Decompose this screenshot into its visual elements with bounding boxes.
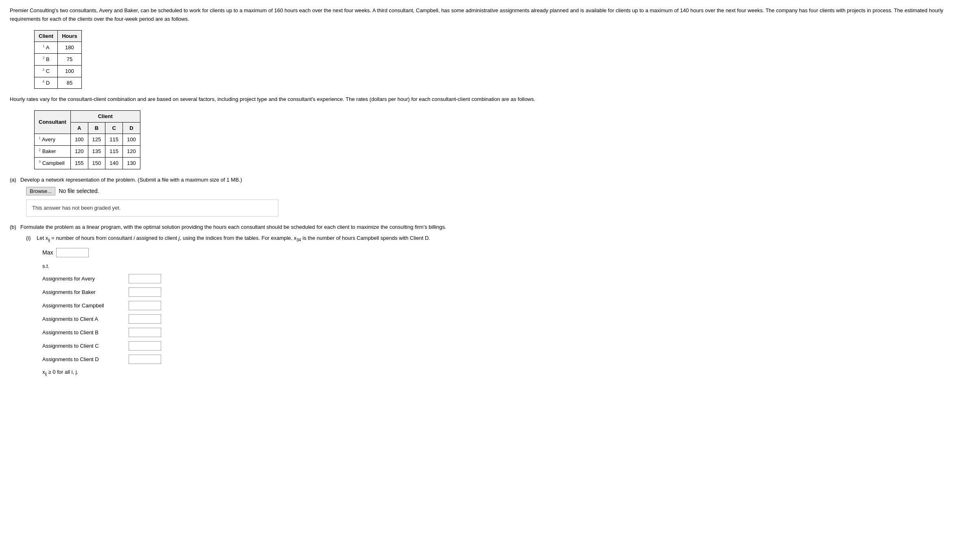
client-hours-table: Client Hours 1 A 180 2 B 75 3 C 100 4 D … — [34, 30, 82, 89]
constraint-client-d-label: Assignments to Client D — [42, 355, 124, 364]
constraint-baker-input[interactable] — [129, 287, 161, 297]
hours-col-header: Hours — [58, 30, 82, 42]
constraint-client-d: Assignments to Client D — [42, 355, 970, 364]
constraint-campbell-label: Assignments for Campbell — [42, 302, 124, 310]
part-a-label: (a) — [10, 176, 18, 184]
constraint-client-a-input[interactable] — [129, 314, 161, 324]
part-b-i-section: (i) Let xij = number of hours from consu… — [26, 234, 970, 243]
corner-num-2: 2 — [42, 56, 44, 60]
part-b-label: (b) — [10, 223, 18, 231]
baker-num: 2 — [39, 148, 41, 152]
i-var: i — [133, 235, 135, 241]
intro-paragraph: Premier Consulting's two consultants, Av… — [10, 7, 970, 24]
st-label: s.t. — [42, 262, 970, 270]
constraint-campbell-input[interactable] — [129, 301, 161, 310]
client-row-c: 3 C 100 — [35, 65, 82, 77]
part-a-text: Develop a network representation of the … — [20, 176, 242, 184]
browse-button[interactable]: Browse... — [26, 187, 55, 195]
max-row: Max — [42, 248, 970, 257]
part-a-section: (a) Develop a network representation of … — [10, 176, 970, 184]
constraint-avery: Assignments for Avery — [42, 274, 970, 283]
graded-text: This answer has not been graded yet. — [32, 205, 121, 211]
constraint-client-a: Assignments to Client A — [42, 314, 970, 324]
no-file-label: No file selected. — [59, 187, 99, 195]
constraint-campbell: Assignments for Campbell — [42, 301, 970, 310]
corner-num-4: 4 — [42, 79, 44, 83]
client-col-header: Client — [35, 30, 58, 42]
j-var: j — [179, 235, 180, 241]
client-row-b: 2 B 75 — [35, 53, 82, 65]
non-neg-text: ≥ 0 for all i, j. — [48, 369, 79, 375]
x34-sub: 34 — [297, 238, 301, 242]
avery-num: 1 — [39, 136, 41, 140]
client-row-a: 1 A 180 — [35, 42, 82, 54]
consultant-header: Consultant — [35, 111, 71, 134]
x34-description: is the number of hours Campbell spends w… — [302, 235, 430, 241]
constraint-client-d-input[interactable] — [129, 355, 161, 364]
constraint-client-b: Assignments to Client B — [42, 328, 970, 337]
rate-row-campbell: 3 Campbell 155 150 140 130 — [35, 157, 140, 169]
browse-row: Browse... No file selected. — [26, 187, 970, 195]
client-row-d: 4 D 85 — [35, 77, 82, 89]
constraint-client-b-label: Assignments to Client B — [42, 329, 124, 337]
constraint-avery-label: Assignments for Avery — [42, 275, 124, 283]
constraint-client-b-input[interactable] — [129, 328, 161, 337]
constraint-client-c-label: Assignments to Client C — [42, 342, 124, 350]
constraint-client-a-label: Assignments to Client A — [42, 315, 124, 323]
constraint-baker: Assignments for Baker — [42, 287, 970, 297]
part-bi-label: (i) — [26, 234, 34, 242]
xij-sub-1: ij — [48, 238, 50, 242]
client-group-header: Client — [70, 111, 140, 123]
constraint-avery-input[interactable] — [129, 274, 161, 283]
rate-col-d: D — [123, 122, 140, 134]
max-label: Max — [42, 248, 53, 257]
rate-col-c: C — [105, 122, 123, 134]
non-neg-sub: ij — [45, 372, 47, 376]
part-bi-text: Let xij = number of hours from consultan… — [37, 234, 430, 243]
rate-col-b: B — [88, 122, 105, 134]
corner-num-1: 1 — [43, 44, 45, 48]
constraint-client-c: Assignments to Client C — [42, 341, 970, 351]
rate-table: Consultant Client A B C D 1 Avery 100 12… — [34, 110, 140, 169]
constraint-baker-label: Assignments for Baker — [42, 288, 124, 296]
rate-row-avery: 1 Avery 100 125 115 100 — [35, 134, 140, 146]
hourly-rates-paragraph: Hourly rates vary for the consultant-cli… — [10, 95, 970, 104]
graded-box: This answer has not been graded yet. — [26, 199, 278, 217]
campbell-num: 3 — [39, 160, 41, 164]
part-b-section: (b) Formulate the problem as a linear pr… — [10, 223, 970, 231]
part-b-text: Formulate the problem as a linear progra… — [20, 223, 446, 231]
rate-col-a: A — [70, 122, 88, 134]
max-input[interactable] — [56, 248, 89, 257]
constraint-client-c-input[interactable] — [129, 341, 161, 351]
corner-num-3: 3 — [42, 68, 44, 72]
rate-row-baker: 2 Baker 120 135 115 120 — [35, 146, 140, 158]
non-negativity: xij ≥ 0 for all i, j. — [42, 368, 970, 377]
